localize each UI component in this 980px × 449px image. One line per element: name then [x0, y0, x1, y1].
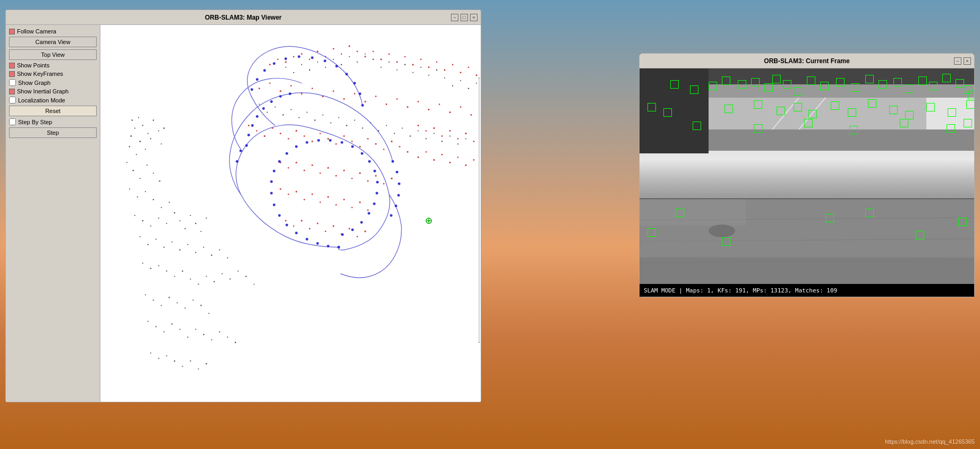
detect-box-46	[968, 91, 974, 99]
detect-box-11	[807, 76, 815, 85]
follow-camera-indicator	[9, 29, 15, 34]
svg-point-236	[304, 199, 305, 201]
map-viewer-titlebar: ORB-SLAM3: Map Viewer − □ ×	[6, 10, 481, 25]
current-frame-close[interactable]: ×	[964, 57, 971, 65]
svg-point-306	[256, 115, 259, 118]
svg-point-322	[335, 65, 338, 67]
detect-box-33	[868, 99, 876, 108]
floor-box-5	[865, 209, 874, 217]
svg-rect-351	[640, 199, 746, 226]
svg-point-253	[348, 228, 350, 229]
svg-point-276	[295, 231, 297, 234]
map-viewer-window: ORB-SLAM3: Map Viewer − □ × Follow Camer…	[5, 10, 481, 402]
svg-point-153	[301, 53, 302, 55]
map-svg	[100, 25, 481, 402]
detect-box-29	[794, 103, 802, 111]
camera-view-button[interactable]: Camera View	[9, 37, 97, 47]
svg-point-213	[375, 143, 377, 145]
svg-point-274	[316, 242, 319, 245]
top-view-button[interactable]: Top View	[9, 49, 97, 60]
show-keyframes-row[interactable]: Show KeyFrames	[9, 71, 97, 77]
current-frame-window: ORB-SLAM3: Current Frame − ×	[639, 53, 975, 297]
svg-point-240	[335, 204, 337, 206]
detect-box-20	[929, 82, 938, 90]
detect-box-45	[964, 119, 972, 127]
svg-point-255	[364, 230, 366, 232]
detect-box-38	[966, 100, 974, 109]
svg-point-282	[273, 170, 276, 172]
svg-point-126	[309, 70, 310, 71]
svg-point-65	[245, 275, 246, 277]
svg-point-81	[187, 336, 188, 338]
svg-point-145	[460, 80, 461, 81]
localization-mode-row[interactable]: Localization Mode	[9, 97, 97, 103]
current-frame-minimize[interactable]: −	[954, 57, 961, 65]
svg-point-85	[219, 331, 220, 332]
detect-box-43	[900, 119, 908, 127]
svg-point-189	[396, 98, 398, 100]
svg-point-73	[193, 300, 194, 301]
svg-point-298	[360, 221, 363, 223]
svg-point-74	[200, 305, 201, 306]
svg-point-192	[428, 109, 430, 110]
svg-point-32	[166, 223, 167, 224]
localization-mode-checkbox[interactable]	[9, 97, 16, 103]
svg-point-323	[323, 59, 326, 62]
follow-camera-row[interactable]: Follow Camera	[9, 28, 97, 34]
svg-point-279	[273, 204, 276, 206]
map-viewer-close[interactable]: ×	[470, 14, 478, 21]
svg-point-92	[182, 366, 183, 367]
svg-point-75	[208, 313, 209, 314]
svg-point-292	[368, 160, 371, 163]
svg-point-267	[441, 154, 443, 156]
svg-point-9	[139, 141, 141, 142]
floor-box-1	[676, 209, 684, 217]
svg-point-315	[397, 194, 400, 197]
map-viewer-maximize[interactable]: □	[461, 14, 468, 21]
svg-point-270	[465, 165, 466, 166]
detect-box-7	[764, 83, 773, 92]
step-by-step-checkbox[interactable]	[9, 118, 16, 125]
show-points-row[interactable]: Show Points	[9, 62, 97, 68]
svg-point-245	[285, 220, 287, 221]
show-graph-checkbox[interactable]	[9, 79, 16, 86]
map-canvas[interactable]	[100, 25, 481, 402]
frame-top-camera	[640, 68, 974, 199]
detect-box-27	[754, 100, 762, 109]
svg-point-202	[288, 138, 289, 140]
svg-point-309	[245, 144, 248, 147]
svg-point-62	[221, 273, 223, 274]
svg-point-327	[273, 62, 276, 65]
svg-point-178	[279, 90, 281, 92]
svg-point-127	[317, 62, 318, 63]
detect-box-1	[670, 80, 679, 89]
svg-point-96	[259, 104, 260, 105]
map-viewer-minimize[interactable]: −	[451, 14, 458, 21]
detect-box-39	[693, 122, 701, 130]
svg-point-232	[391, 178, 393, 179]
svg-point-194	[449, 111, 451, 113]
svg-point-310	[240, 150, 242, 152]
svg-point-150	[277, 59, 279, 61]
svg-point-172	[452, 64, 454, 65]
svg-point-198	[256, 130, 258, 132]
step-button[interactable]: Step	[9, 127, 97, 138]
step-by-step-row[interactable]: Step By Step	[9, 118, 97, 125]
svg-point-261	[457, 138, 459, 140]
svg-point-112	[386, 125, 387, 126]
svg-point-54	[158, 265, 159, 266]
detect-box-17	[893, 78, 902, 87]
svg-point-88	[150, 352, 151, 353]
reset-button[interactable]: Reset	[9, 106, 97, 116]
show-graph-row[interactable]: Show Graph	[9, 79, 97, 86]
show-inertial-graph-row[interactable]: Show Inertial Graph	[9, 88, 97, 94]
svg-point-184	[343, 98, 345, 100]
svg-point-43	[164, 247, 165, 248]
svg-point-154	[309, 59, 311, 61]
detect-box-8	[772, 75, 781, 83]
svg-point-17	[133, 170, 134, 171]
svg-point-77	[156, 326, 157, 327]
svg-point-271	[473, 159, 475, 161]
svg-point-209	[343, 135, 345, 137]
svg-point-39	[206, 218, 207, 219]
